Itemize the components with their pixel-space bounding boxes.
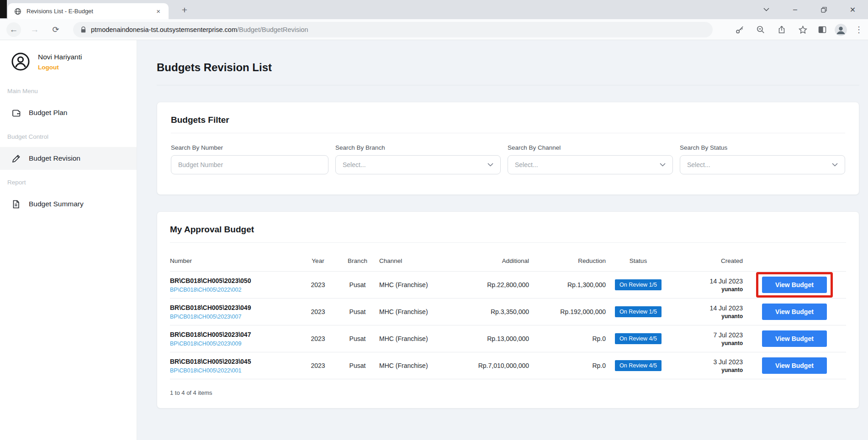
profile-avatar[interactable] (831, 19, 850, 40)
revision-number: BR\CB018\CH005\2023\049 (170, 304, 300, 311)
cell-reduction: Rp.0 (529, 352, 606, 379)
section-label-budget-control: Budget Control (0, 129, 137, 147)
cell-status: On Review 1/5 (606, 299, 671, 325)
browser-tab-strip: Revisions List - E-Budget × + – ✕ (0, 0, 868, 19)
table-row: BR\CB018\CH005\2023\049 BP\CB018\CH005\2… (170, 299, 846, 325)
view-budget-button[interactable]: View Budget (762, 330, 827, 347)
sidebar-item-label: Budget Revision (29, 154, 80, 162)
created-date: 14 Jul 2023 (671, 304, 743, 312)
bookmark-star-icon[interactable] (792, 19, 813, 40)
sidebar-item-label: Budget Summary (29, 200, 84, 208)
cell-status: On Review 4/5 (606, 325, 671, 352)
cell-additional: Rp.22,800,000 (460, 272, 529, 299)
select-value: Select... (515, 161, 538, 168)
created-by: yunanto (671, 313, 743, 320)
lock-icon[interactable] (81, 26, 86, 33)
user-block: Novi Hariyanti Logout (0, 52, 137, 83)
budgets-filter-card: Budgets Filter Search By Number Search B… (157, 102, 859, 195)
sidebar-item-budget-revision[interactable]: Budget Revision (0, 147, 137, 170)
column-header-reduction: Reduction (529, 254, 606, 272)
column-header-actions (743, 254, 846, 272)
table-row: BR\CB018\CH005\2023\045 BP\CB018\CH005\2… (170, 352, 846, 379)
tab-search-chevron-icon[interactable] (752, 0, 781, 19)
column-header-year: Year (300, 254, 336, 272)
page-title: Budgets Revision List (157, 61, 859, 74)
created-date: 14 Jul 2023 (671, 278, 743, 285)
channel-select[interactable]: Select... (508, 155, 673, 174)
cell-action: View Budget (743, 352, 846, 379)
share-icon[interactable] (771, 19, 792, 40)
sidebar-item-budget-plan[interactable]: Budget Plan (0, 101, 137, 124)
window-close-button[interactable]: ✕ (838, 0, 867, 19)
pagination-summary: 1 to 4 of 4 items (170, 389, 846, 396)
side-panel-icon[interactable] (813, 19, 831, 40)
cell-action: View Budget (743, 272, 846, 299)
cell-channel: MHC (Franchise) (379, 272, 460, 299)
browser-tab[interactable]: Revisions List - E-Budget × (8, 3, 169, 19)
column-header-channel: Channel (379, 254, 460, 272)
cell-status: On Review 1/5 (606, 272, 671, 299)
view-budget-button[interactable]: View Budget (762, 304, 827, 320)
cell-branch: Pusat (336, 352, 379, 379)
cell-reduction: Rp.192,000,000 (529, 299, 606, 325)
cell-additional: Rp.7,010,000,000 (460, 352, 529, 379)
password-key-icon[interactable] (729, 19, 750, 40)
column-header-status: Status (606, 254, 671, 272)
window-controls: – ✕ (752, 0, 867, 19)
cell-channel: MHC (Franchise) (379, 352, 460, 379)
reload-button[interactable]: ⟳ (48, 22, 63, 37)
back-button[interactable]: ← (6, 22, 21, 37)
budget-plan-link[interactable]: BP\CB018\CH005\2022\002 (170, 287, 300, 293)
status-select[interactable]: Select... (680, 155, 845, 174)
logout-link[interactable]: Logout (38, 64, 82, 71)
view-budget-button[interactable]: View Budget (762, 277, 827, 293)
wallet-icon (11, 108, 21, 118)
browser-menu-kebab-icon[interactable]: ⋮ (850, 19, 868, 40)
cell-status: On Review 4/5 (606, 352, 671, 379)
cell-channel: MHC (Franchise) (379, 325, 460, 352)
user-avatar-icon (11, 52, 30, 71)
section-label-report: Report (0, 174, 137, 193)
main-content: Budgets Revision List Budgets Filter Sea… (137, 40, 868, 440)
cell-year: 2023 (300, 272, 336, 299)
cell-year: 2023 (300, 352, 336, 379)
revision-number: BR\CB018\CH005\2023\050 (170, 277, 300, 284)
table-row: BR\CB018\CH005\2023\050 BP\CB018\CH005\2… (170, 272, 846, 299)
budget-number-input[interactable] (171, 155, 328, 174)
tab-title: Revisions List - E-Budget (26, 8, 154, 15)
column-header-created: Created (671, 254, 743, 272)
budget-plan-link[interactable]: BP\CB018\CH005\2023\007 (170, 314, 300, 320)
filter-card-title: Budgets Filter (171, 115, 845, 125)
globe-favicon-icon (14, 8, 21, 15)
table-row: BR\CB018\CH005\2023\047 BP\CB018\CH005\2… (170, 325, 846, 352)
view-budget-button[interactable]: View Budget (762, 357, 827, 374)
filter-field-number: Search By Number (171, 144, 328, 174)
approval-card-divider (170, 242, 846, 243)
cell-branch: Pusat (336, 299, 379, 325)
sidebar-item-label: Budget Plan (29, 109, 67, 117)
filter-label: Search By Status (680, 144, 845, 151)
branch-select[interactable]: Select... (335, 155, 501, 174)
revision-number: BR\CB018\CH005\2023\045 (170, 358, 300, 365)
zoom-icon[interactable] (750, 19, 771, 40)
window-minimize-button[interactable]: – (781, 0, 810, 19)
cell-number: BR\CB018\CH005\2023\047 BP\CB018\CH005\2… (170, 325, 300, 352)
filter-label: Search By Number (171, 144, 328, 151)
tab-close-icon[interactable]: × (154, 8, 162, 15)
status-badge: On Review 1/5 (615, 279, 662, 290)
new-tab-button[interactable]: + (178, 4, 191, 16)
budget-plan-link[interactable]: BP\CB018\CH005\2022\001 (170, 367, 300, 374)
status-badge: On Review 4/5 (615, 360, 662, 371)
filter-field-channel: Search By Channel Select... (508, 144, 673, 174)
sidebar-item-budget-summary[interactable]: Budget Summary (0, 193, 137, 215)
user-name: Novi Hariyanti (38, 53, 82, 61)
cell-number: BR\CB018\CH005\2023\049 BP\CB018\CH005\2… (170, 299, 300, 325)
address-bar[interactable]: ptmodenaindonesia-tst.outsystemsenterpri… (73, 22, 713, 37)
window-restore-button[interactable] (810, 0, 838, 19)
budget-plan-link[interactable]: BP\CB018\CH005\2023\009 (170, 340, 300, 347)
forward-button[interactable]: → (27, 22, 42, 37)
cell-year: 2023 (300, 299, 336, 325)
filter-field-branch: Search By Branch Select... (335, 144, 501, 174)
url-domain: ptmodenaindonesia-tst.outsystemsenterpri… (91, 26, 237, 33)
cell-additional: Rp.13,000,000 (460, 325, 529, 352)
